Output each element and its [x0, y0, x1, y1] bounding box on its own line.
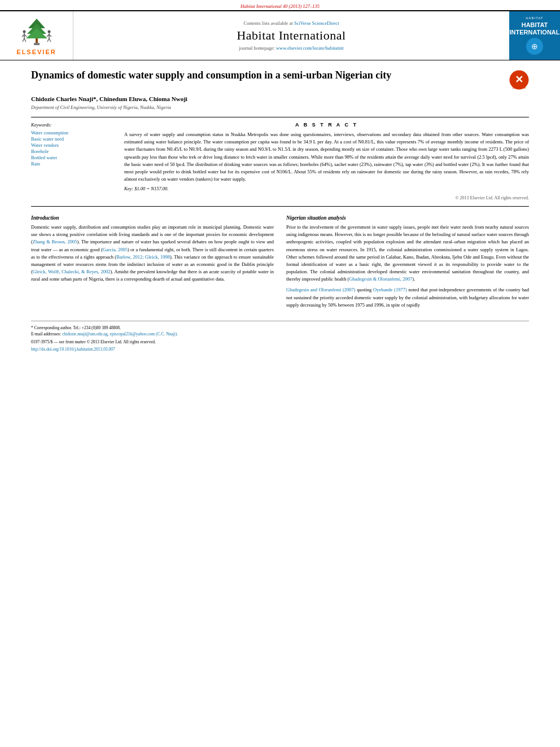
svg-rect-0 — [34, 43, 40, 45]
journal-title: Habitat International — [237, 28, 345, 43]
affiliation-line: Department of Civil Engineering, Univers… — [31, 104, 529, 110]
elsevier-tree-icon — [17, 16, 56, 47]
main-content: Dynamics of domestic water supply and co… — [0, 60, 560, 321]
nigerian-analysis-heading: Nigerian situation analysis — [286, 215, 529, 221]
abstract-column: A B S T R A C T A survey of water supply… — [124, 122, 529, 200]
svg-text:CrossMark: CrossMark — [513, 86, 526, 89]
divider-1 — [31, 117, 529, 117]
keyword-3: Water vendors — [31, 142, 113, 148]
keyword-1: Water consumption — [31, 130, 113, 136]
introduction-para-1: Domestic water supply, distribution and … — [31, 224, 274, 283]
abstract-key: Key: $1.00 = N157.00. — [124, 186, 529, 193]
paper-title-text: Dynamics of domestic water supply and co… — [31, 69, 504, 82]
abstract-section: Keywords: Water consumption Basic water … — [31, 122, 529, 200]
habitat-badge-container: HABITAT HABITATINTERNATIONAL ⊕ — [509, 11, 560, 60]
elsevier-logo-container: ELSEVIER — [0, 11, 73, 60]
crossmark-icon: ✕ CrossMark — [509, 70, 529, 90]
svg-line-10 — [24, 38, 26, 42]
footer-section: * Corresponding author. Tel.: +234 (0)80… — [31, 321, 529, 356]
left-body-column: Introduction Domestic water supply, dist… — [31, 215, 274, 312]
svg-point-11 — [47, 30, 50, 33]
nigerian-para-1: Prior to the involvement of the governme… — [286, 224, 529, 283]
svg-line-15 — [47, 38, 49, 42]
doi-line: http://dx.doi.org/10.1016/j.habitatint.2… — [31, 347, 529, 352]
issn-line: 0197-3975/$ — see front matter © 2013 El… — [31, 339, 529, 344]
body-columns: Introduction Domestic water supply, dist… — [31, 215, 529, 312]
homepage-line: journal homepage: www.elsevier.com/locat… — [239, 45, 343, 51]
keyword-6: Rain — [31, 161, 113, 167]
svg-line-16 — [49, 38, 51, 42]
keywords-column: Keywords: Water consumption Basic water … — [31, 122, 113, 200]
habitat-main-label: HABITATINTERNATIONAL — [510, 21, 560, 36]
copyright-line: © 2013 Elsevier Ltd. All rights reserved… — [124, 195, 529, 200]
divider-2 — [31, 206, 529, 207]
nigerian-para-2: Gbadegesin and Olorunfemi (2007) quoting… — [286, 286, 529, 309]
keyword-2: Basic water need — [31, 136, 113, 142]
habitat-badge: HABITAT HABITATINTERNATIONAL ⊕ — [510, 16, 560, 55]
keywords-title: Keywords: — [31, 122, 113, 128]
right-body-column: Nigerian situation analysis Prior to the… — [286, 215, 529, 312]
svg-line-9 — [23, 38, 24, 42]
elsevier-logo: ELSEVIER — [16, 16, 56, 55]
journal-header: ELSEVIER Contents lists available at Sci… — [0, 10, 560, 60]
keyword-5: Bottled water — [31, 155, 113, 160]
footnote-email: E-mail addresses: chidozie.nnaji@um.edu.… — [31, 331, 529, 337]
habitat-globe-icon: ⊕ — [526, 38, 543, 55]
authors-line: Chidozie Charles Nnaji*, Chinedum Eluwa,… — [31, 95, 529, 102]
abstract-body: A survey of water supply and consumption… — [124, 131, 529, 183]
sciverse-line: Contents lists available at SciVerse Sci… — [243, 20, 339, 26]
keyword-4: Borehole — [31, 148, 113, 154]
svg-text:✕: ✕ — [515, 74, 523, 85]
journal-reference: Habitat International 40 (2013) 127–135 — [0, 0, 560, 10]
abstract-heading: A B S T R A C T — [124, 122, 529, 128]
svg-point-5 — [23, 30, 25, 33]
elsevier-wordmark: ELSEVIER — [16, 49, 56, 55]
paper-title-block: Dynamics of domestic water supply and co… — [31, 69, 529, 90]
introduction-heading: Introduction — [31, 215, 274, 221]
footnote-corresponding: * Corresponding author. Tel.: +234 (0)80… — [31, 325, 529, 331]
journal-info: Contents lists available at SciVerse Sci… — [73, 11, 509, 60]
habitat-top-label: HABITAT — [526, 16, 543, 20]
